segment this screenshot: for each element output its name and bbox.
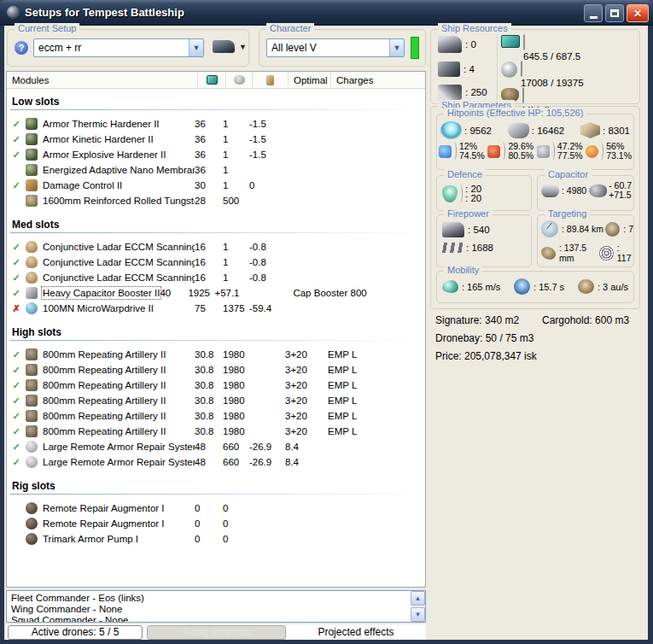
- defence-label: Defence: [444, 169, 486, 179]
- module-capacitor-value: +57.1: [214, 288, 250, 298]
- title-bar[interactable]: Setups for Tempest Battleship ✕: [0, 0, 653, 26]
- bracket-divider: [551, 142, 555, 161]
- module-active-check-icon: ✓: [7, 119, 26, 130]
- module-row[interactable]: ✓Heavy Capacitor Booster II401925+57.1Ca…: [7, 285, 425, 301]
- gang-bonuses-listbox[interactable]: Fleet Commander - Eos (links) Wing Comma…: [6, 590, 426, 623]
- current-setup-label: Current Setup: [15, 23, 79, 33]
- module-name: Damage Control II: [43, 180, 195, 190]
- module-row[interactable]: ✓800mm Repeating Artillery II30.819803+2…: [7, 347, 425, 362]
- module-row[interactable]: ✓Armor Thermic Hardener II361-1.5: [7, 116, 425, 132]
- module-cpu-value: 0: [195, 534, 223, 544]
- scan-res-icon: [599, 246, 614, 261]
- module-name: Conjunctive Ladar ECCM Scanning ...: [43, 242, 195, 252]
- module-cpu-value: 30.8: [195, 395, 223, 406]
- character-combobox[interactable]: All level V ▼: [266, 38, 405, 57]
- mwd-icon: [26, 302, 38, 314]
- optimal-column-header[interactable]: Optimal: [289, 72, 331, 88]
- firepower-turret-icon: [442, 222, 464, 237]
- charges-column-header[interactable]: Charges: [331, 72, 425, 88]
- close-button[interactable]: ✕: [627, 4, 649, 22]
- minimize-button[interactable]: [584, 4, 603, 22]
- cpu-column-header[interactable]: [198, 72, 226, 88]
- mobility-label: Mobility: [444, 265, 482, 275]
- launcher-slots-value: : 4: [464, 64, 475, 74]
- window-content: Current Setup ? eccm + rr ▼ ▼ Character …: [4, 26, 648, 640]
- minimize-icon: [590, 16, 598, 19]
- module-charge-name: EMP L: [328, 349, 425, 360]
- scroll-up-icon[interactable]: ▲: [411, 591, 425, 606]
- help-icon[interactable]: ?: [15, 41, 28, 55]
- module-active-check-icon: ✓: [7, 257, 26, 268]
- module-row[interactable]: ✓Large Remote Armor Repair System II4866…: [7, 439, 425, 454]
- ship-menu-button[interactable]: ▼: [213, 40, 247, 53]
- module-cpu-value: 30.8: [195, 365, 223, 375]
- dps: : 1688: [442, 243, 493, 253]
- module-row[interactable]: Trimark Armor Pump I00: [7, 531, 425, 547]
- section-underline: [10, 494, 420, 495]
- module-row[interactable]: ✓Armor Explosive Hardener II361-1.5: [7, 147, 425, 162]
- capacitor-recharge-value: +71.5: [609, 190, 632, 200]
- setup-combobox[interactable]: eccm + rr ▼: [33, 38, 204, 57]
- em-armor-resist-value: 74.5%: [459, 151, 485, 161]
- module-row[interactable]: ✗100MN MicroWarpdrive II751375-59.4: [7, 301, 425, 316]
- module-row[interactable]: ✓Damage Control II3010: [7, 178, 425, 193]
- signature-info: Signature: 340 m2: [435, 314, 542, 326]
- align-clock-icon: [514, 278, 530, 295]
- module-row[interactable]: ✓Conjunctive Ladar ECCM Scanning ...161-…: [7, 239, 425, 255]
- module-row[interactable]: ✓800mm Repeating Artillery II30.819803+2…: [7, 424, 425, 439]
- module-row[interactable]: ✓Large Remote Armor Repair System II4866…: [7, 454, 425, 470]
- damage-control-icon: [26, 179, 38, 191]
- list-item[interactable]: Squad Commander - None: [11, 615, 411, 622]
- module-name: Armor Kinetic Hardener II: [43, 134, 195, 144]
- slot-section-title: Rig slots: [7, 480, 425, 492]
- slot-section-title: Med slots: [7, 219, 425, 231]
- module-cpu-value: 36: [195, 134, 223, 144]
- list-item[interactable]: Fleet Commander - Eos (links): [11, 593, 411, 604]
- module-row[interactable]: ✓800mm Repeating Artillery II30.819803+2…: [7, 408, 425, 424]
- module-row[interactable]: ✓Conjunctive Ladar ECCM Scanning ...161-…: [7, 255, 425, 270]
- em-resist-icon: [439, 145, 452, 158]
- chevron-down-icon[interactable]: ▼: [389, 39, 404, 56]
- module-powergrid-value: 1980: [223, 380, 249, 390]
- targeting-label: Targeting: [545, 208, 590, 219]
- module-powergrid-value: 500: [223, 196, 249, 206]
- warp-speed: : 3 au/s: [578, 279, 628, 294]
- module-powergrid-value: 1: [223, 272, 249, 283]
- targeting-group: Targeting : 89.84 km : 7 : 137.5 mm : 11…: [537, 214, 634, 267]
- module-row[interactable]: 1600mm Reinforced Rolled Tungste...28500: [7, 193, 425, 208]
- module-row[interactable]: Energized Adaptive Nano Membran...361: [7, 162, 425, 178]
- bracket-divider: [458, 184, 463, 203]
- module-name: Large Remote Armor Repair System II: [43, 457, 195, 467]
- hitpoints-label: Hitpoints (Effective HP: 105,526): [444, 108, 586, 118]
- max-velocity-value: : 165 m/s: [462, 282, 500, 292]
- list-item[interactable]: Wing Commander - None: [11, 604, 411, 615]
- module-row[interactable]: ✓Armor Kinetic Hardener II361-1.5: [7, 132, 425, 147]
- modules-list: Low slots✓Armor Thermic Hardener II361-1…: [7, 89, 425, 547]
- scroll-down-icon[interactable]: ▼: [411, 607, 425, 622]
- module-row[interactable]: ✓Conjunctive Ladar ECCM Scanning ...161-…: [7, 270, 425, 285]
- module-row[interactable]: ✓800mm Repeating Artillery II30.819803+2…: [7, 362, 425, 378]
- bracket-divider: [452, 142, 457, 161]
- artillery-icon: [26, 364, 38, 376]
- volley-damage: : 540: [442, 222, 490, 237]
- module-powergrid-value: 1375: [223, 303, 249, 313]
- defence-group: Defence : 20: 20: [436, 175, 532, 211]
- modules-column-header[interactable]: Modules: [7, 72, 198, 88]
- module-row[interactable]: ✓800mm Repeating Artillery II30.819803+2…: [7, 393, 425, 408]
- module-optimal-value: 3+20: [285, 395, 328, 406]
- module-active-check-icon: ✓: [7, 288, 26, 299]
- module-row[interactable]: ✓800mm Repeating Artillery II30.819803+2…: [7, 378, 425, 393]
- tab-gang-bonuses[interactable]: Gang bonuses: [147, 625, 286, 640]
- maximize-button[interactable]: [605, 4, 624, 22]
- module-capacitor-value: -59.4: [249, 303, 285, 313]
- armor-hardener-icon: [26, 118, 38, 130]
- chevron-down-icon[interactable]: ▼: [189, 39, 203, 56]
- module-row[interactable]: Remote Repair Augmentor I00: [7, 501, 425, 516]
- tab-active-drones[interactable]: Active drones: 5 / 5: [8, 625, 143, 640]
- capacitor-column-header[interactable]: [253, 72, 289, 88]
- character-skill-indicator: [411, 37, 419, 59]
- tab-projected-effects[interactable]: Projected effects: [286, 625, 426, 640]
- powergrid-column-header[interactable]: [226, 72, 253, 88]
- scrollbar[interactable]: ▲ ▼: [411, 591, 425, 622]
- module-row[interactable]: Remote Repair Augmentor I00: [7, 516, 425, 531]
